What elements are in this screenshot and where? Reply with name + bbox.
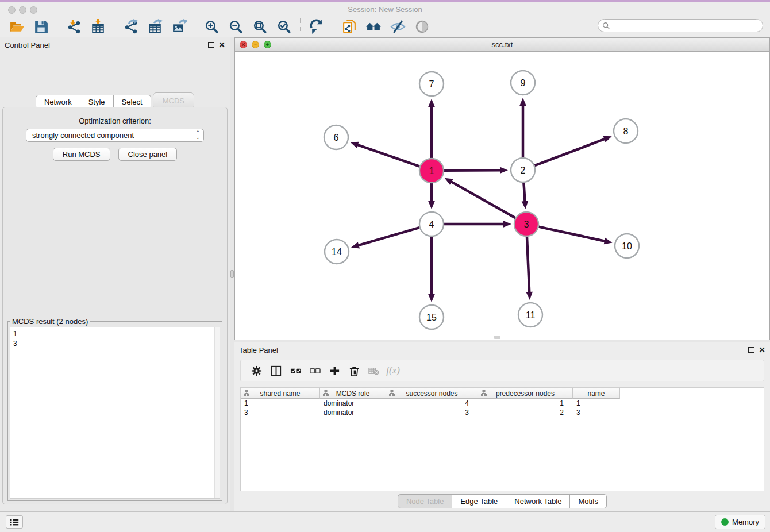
network-window-titlebar[interactable]: scc.txt ✕ − + [235,38,769,52]
tab-network-table[interactable]: Network Table [506,494,570,508]
delete-table-icon[interactable] [364,364,383,377]
network-zoom-button[interactable]: + [264,41,271,48]
graph-edge-1-7[interactable] [428,99,435,158]
table-cell[interactable]: 1 [478,399,573,408]
graph-edge-2-8[interactable] [535,136,612,165]
column-header-predecessor-nodes[interactable]: predecessor nodes [478,388,573,399]
graph-node-11[interactable]: 11 [518,303,542,327]
graph-node-10[interactable]: 10 [615,234,639,258]
select-all-icon[interactable] [286,364,305,377]
graph-edge-1-2[interactable] [444,167,508,174]
function-icon[interactable]: f(x) [383,364,403,377]
graph-node-2[interactable]: 2 [511,158,535,182]
mcds-result-textarea[interactable]: 13 [10,327,220,499]
columns-icon[interactable] [266,364,286,377]
table-cell[interactable]: dominator [320,399,386,408]
graph-edge-2-9[interactable] [519,98,526,157]
table-cell[interactable]: 3 [573,408,620,417]
duplicate-network-icon[interactable] [341,18,358,35]
table-panel-header: Table Panel ✕ [234,342,770,357]
table-cell[interactable]: 1 [573,399,620,408]
float-table-panel-icon[interactable] [748,347,754,353]
mcds-result-scrollbar[interactable] [214,327,220,498]
graph-edge-4-15[interactable] [428,237,435,302]
export-image-icon[interactable] [170,18,187,35]
graph-edge-3-10[interactable] [538,227,612,245]
panel-splitter[interactable] [230,37,234,511]
import-network-icon[interactable] [65,18,82,35]
mcds-result-line: 1 [13,329,217,339]
graph-edge-3-11[interactable] [526,237,533,300]
graph-edge-4-14[interactable] [351,228,419,248]
graph-node-9[interactable]: 9 [511,71,535,95]
task-history-button[interactable] [6,515,23,529]
svg-text:3: 3 [524,219,529,229]
graph-edge-1-6[interactable] [351,142,420,167]
control-panel: Control Panel ✕ NetworkStyleSelectMCDS O… [0,37,230,511]
save-icon[interactable] [32,18,49,35]
graph-node-8[interactable]: 8 [614,119,638,143]
run-mcds-button[interactable]: Run MCDS [53,148,110,161]
graph-edge-2-3[interactable] [522,183,529,209]
table-cell[interactable]: 3 [386,408,478,417]
hide-eye-icon[interactable] [389,18,406,35]
export-table-icon[interactable] [146,18,163,35]
table-cell[interactable]: 4 [386,399,478,408]
add-icon[interactable] [325,364,344,377]
search-input[interactable] [610,20,763,32]
table-cell[interactable]: 1 [241,399,320,408]
zoom-selected-icon[interactable] [275,18,292,35]
network-resize-handle[interactable] [494,336,500,339]
network-canvas[interactable]: 7968124314101511 [235,52,769,340]
trash-icon[interactable] [344,364,364,377]
close-panel-button[interactable]: Close panel [118,148,178,161]
search-box[interactable] [598,19,763,32]
tab-motifs[interactable]: Motifs [570,494,607,508]
float-panel-icon[interactable] [208,42,214,48]
deselect-all-icon[interactable] [305,364,325,377]
graph-edge-4-3[interactable] [444,221,511,228]
close-panel-icon[interactable]: ✕ [218,42,225,48]
column-header-name[interactable]: name [573,388,620,399]
zoom-fit-icon[interactable] [251,18,268,35]
graph-edge-3-1[interactable] [445,178,515,218]
table-body: 1dominator4113dominator323 [241,399,764,417]
import-table-icon[interactable] [89,18,106,35]
home-icon[interactable] [365,18,382,35]
memory-button[interactable]: Memory [715,515,765,529]
tab-edge-table[interactable]: Edge Table [452,494,506,508]
splitter-handle[interactable] [230,270,234,278]
svg-text:9: 9 [521,78,526,88]
graph-edge-1-4[interactable] [428,183,435,209]
graph-node-3[interactable]: 3 [514,212,538,236]
show-eye-icon[interactable] [413,18,430,35]
table-cell[interactable]: dominator [320,408,386,417]
table-cell[interactable]: 3 [241,408,320,417]
tab-node-table[interactable]: Node Table [398,494,453,508]
column-header-MCDS-role[interactable]: MCDS role [320,388,386,399]
graph-node-7[interactable]: 7 [419,72,444,96]
open-folder-icon[interactable] [8,18,25,35]
network-minimize-button[interactable]: − [252,41,259,48]
graph-node-6[interactable]: 6 [324,125,348,149]
zoom-in-icon[interactable] [203,18,220,35]
svg-text:11: 11 [526,310,536,320]
export-network-icon[interactable] [122,18,139,35]
graph-node-4[interactable]: 4 [419,212,444,236]
table-row[interactable]: 3dominator323 [241,408,764,417]
table-row[interactable]: 1dominator411 [241,399,764,408]
zoom-out-icon[interactable] [227,18,244,35]
control-panel-header: Control Panel ✕ [0,37,230,52]
gear-icon[interactable] [247,364,266,377]
table-cell[interactable]: 2 [478,408,573,417]
graph-node-14[interactable]: 14 [325,240,349,264]
close-table-panel-icon[interactable]: ✕ [759,347,765,353]
network-close-button[interactable]: ✕ [240,41,247,48]
graph-node-15[interactable]: 15 [419,305,444,329]
column-header-successor-nodes[interactable]: successor nodes [386,388,478,399]
hierarchy-icon [323,390,329,398]
optimization-criterion-dropdown[interactable]: strongly connected component ⌃⌄ [26,129,204,142]
column-header-shared-name[interactable]: shared name [241,388,320,399]
graph-node-1[interactable]: 1 [419,159,444,183]
refresh-icon[interactable] [308,18,325,35]
